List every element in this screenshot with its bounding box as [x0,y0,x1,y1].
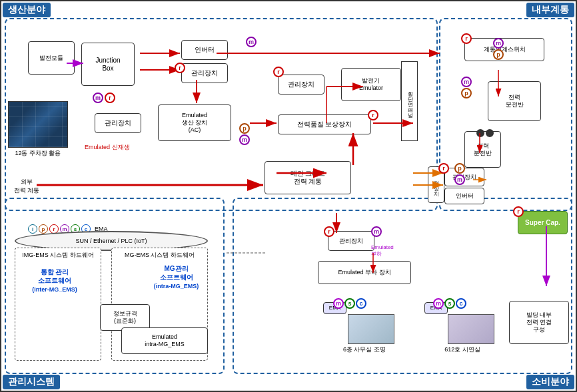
badge-r-junction: r [105,93,115,103]
badge-r-gen-emulator: r [273,67,284,77]
badge-r-power-quality: r [368,110,378,120]
horizontal-panel-box: 횡단면패널 [401,61,418,141]
badge-r-grid-switch: r [461,33,472,44]
emulated-new-energy-label: Emulated 신재생 [85,143,130,152]
generator-emulator-box: 발전기Emulator [341,68,401,101]
connection-dot-1 [476,129,484,137]
grid-switch-box: 계통연계스위치 [464,38,544,61]
badge-s-ema1: s [344,298,355,309]
management-device-1-box: 관리장치 [181,63,228,83]
badge-r-super-cap: r [513,206,524,217]
badge-m-emulated: m [239,134,250,145]
badge-r-mgmt4: r [324,226,334,237]
mg-ems-label: MG-EMS 시스템 하드웨어 [118,251,201,260]
building-power-box: 빌딩 내부전력 연결구성 [509,301,569,344]
badge-r-mgmt1: r [175,63,185,73]
super-cap-box: Super Cap. [518,211,568,234]
section-label-consumption: 소비분야 [526,375,574,389]
main-container: 생산분야 내부계통 관리시스템 소비분야 12동 주차장 활용 발전모듈 Jun… [0,0,577,392]
img-ems-box [15,248,101,361]
img-ems-label: IMG-EMS 시스템 하드웨어 [21,251,95,260]
badge-m-mgmt4: m [371,226,382,237]
main-grid-box: 메인 그리드전력 계통 [265,161,351,194]
emulated-production-box: Emulated생산 장치(AC) [158,104,231,141]
badge-m-power-dist1: m [461,77,472,87]
lab-room-image [448,314,494,344]
power-dist-2-box: 전력분전반 [464,131,501,168]
management-device-4-box: 관리장치 [328,231,374,251]
section-label-management: 관리시스템 [3,375,60,389]
mg-control-label: MG관리소프트웨어(intra-MG_EMS) [148,264,205,291]
inverter-2-box: 인버터 [444,188,484,204]
badge-m-ema1: m [333,298,344,309]
section-label-production: 생산분야 [3,3,51,17]
badge-m-internal-top: m [493,38,504,49]
badge-p-power-dist2: p [454,163,465,174]
generator-module-box: 발전모듈 [28,41,75,75]
junction-box: JunctionBox [81,43,135,86]
external-power-label: 외부전력 계통 [7,178,47,195]
badge-s-ema2: s [444,298,455,309]
emulated-load-box: Emulated 부하 장치 [318,261,411,284]
power-quality-box: 전력품질 보상장치 [278,114,371,134]
integrated-mgmt-label: 통합 관리소프트웨어(inter-MG_EMS) [21,268,88,294]
solar-panel-image [8,101,68,148]
management-device-2-box: 관리장치 [95,113,141,133]
section-label-internal: 내부계통 [526,3,574,17]
badge-c-ema2: c [456,298,466,309]
lab-label: 612호 시연실 [436,345,489,354]
office-room-image [348,314,394,344]
badge-m-power-dist2: m [454,174,465,185]
badge-m-junction: m [93,93,103,103]
inverter-box: 인버터 [181,40,228,60]
office-label: 6층 사무실 조명 [338,345,391,354]
badge-p-internal-top: p [493,49,504,60]
info-standard-box: 정보규격(표준화) [100,304,150,331]
badge-p-power-dist1: p [461,88,472,98]
connection-dot-2 [486,129,494,137]
badge-p-emulated: p [239,123,250,134]
badge-c-ema1: c [356,298,366,309]
solar-label: 12동 주차장 활용 [8,149,68,158]
badge-r-mgmt3: r [438,163,449,174]
badge-m-inverter: m [246,37,257,47]
generator-management-box: 관리장치 [278,75,324,95]
power-dist-1-box: 전력분전반 [488,81,541,121]
emulated-load-sub-label: Emulated부하 [371,244,394,258]
badge-m-ema2: m [433,298,444,309]
emulated-intra-box: Emulatedintra-MG_EMS [121,327,208,354]
